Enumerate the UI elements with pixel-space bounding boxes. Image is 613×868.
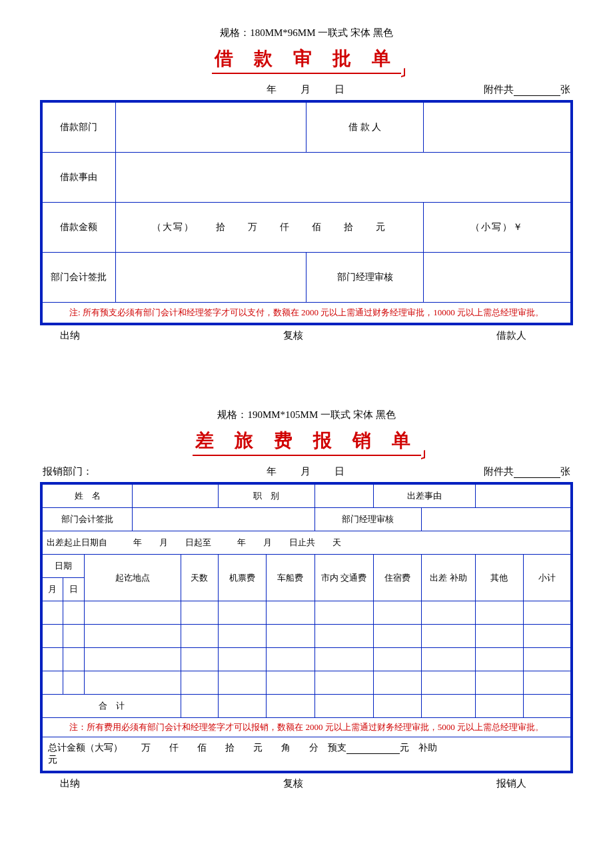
label-borrower: 借 款 人 <box>306 101 423 153</box>
section-gap <box>40 342 573 409</box>
attachment-suffix: 张 <box>560 84 570 95</box>
ta-adv-label: 预支 <box>328 743 346 753</box>
attachment-blank[interactable] <box>514 85 560 96</box>
footer2-reviewer: 复核 <box>215 777 370 790</box>
label-mgr-approve: 部门经理审核 <box>306 253 423 303</box>
form1-header-left <box>43 83 193 96</box>
form1-table: 借款部门 借 款 人 借款事由 借款金额 （大写） 拾 万 仟 佰 拾 元 （小… <box>40 100 573 325</box>
attachment-blank-2[interactable] <box>514 467 560 478</box>
ta-prefix: 总计金额（大写） <box>48 743 123 753</box>
label-reason: 借款事由 <box>41 153 115 203</box>
field-mgr-approve[interactable] <box>423 253 572 303</box>
dl-d2: 日止共 <box>289 537 315 547</box>
row-total: 合 计 <box>41 695 572 718</box>
attachment-prefix: 附件共 <box>484 84 514 95</box>
spec-line-1: 规格：180MM*96MM 一联式 宋体 黑色 <box>40 27 573 39</box>
footer-cashier: 出纳 <box>60 329 215 342</box>
form2-title: 差 旅 费 报 销 单 <box>193 428 421 456</box>
ta-adv-unit: 元 <box>400 743 409 753</box>
footer2-claimant: 报销人 <box>371 777 553 790</box>
col-subtotal: 小计 <box>524 555 572 601</box>
row2-approve: 部门会计签批 部门经理审核 <box>41 508 572 531</box>
advance-blank[interactable] <box>346 744 400 754</box>
form2-table: 姓 名 职 别 出差事由 部门会计签批 部门经理审核 出差起止日期自 年 月 日… <box>40 482 573 773</box>
col-date: 日期 <box>41 555 84 578</box>
col-place: 起讫地点 <box>84 555 181 601</box>
row-reason: 借款事由 <box>41 153 572 203</box>
dl-prefix: 出差起止日期自 <box>47 537 107 547</box>
attachment-suffix-2: 张 <box>560 466 570 477</box>
field-amount-small[interactable]: （小写）￥ <box>423 203 572 253</box>
dl-d1: 日起至 <box>185 537 211 547</box>
form1-footer: 出纳 复核 借款人 <box>40 325 573 342</box>
form1-title: 借 款 审 批 单 <box>212 46 401 74</box>
row-amount: 借款金额 （大写） 拾 万 仟 佰 拾 元 （小写）￥ <box>41 203 572 253</box>
dl-y2: 年 <box>237 537 246 547</box>
form2-attachment: 附件共张 <box>420 465 570 478</box>
loan-approval-form: 规格：180MM*96MM 一联式 宋体 黑色 借 款 审 批 单 年 月 日 … <box>40 27 573 342</box>
ta-units: 万 仟 佰 拾 元 角 分 <box>141 743 318 753</box>
form2-dept-label: 报销部门： <box>43 465 193 478</box>
dl-days: 天 <box>332 537 341 547</box>
amount-big-units: 拾 万 仟 佰 拾 元 <box>216 222 386 232</box>
dates-line[interactable]: 出差起止日期自 年 月 日起至 年 月 日止共 天 <box>41 531 572 555</box>
travel-expense-form: 规格：190MM*105MM 一联式 宋体 黑色 差 旅 费 报 销 单 报销部… <box>40 409 573 790</box>
label-total: 合 计 <box>41 695 181 718</box>
spec-line-2: 规格：190MM*105MM 一联式 宋体 黑色 <box>40 409 573 421</box>
field-borrower[interactable] <box>423 101 572 153</box>
dl-y1: 年 <box>133 537 142 547</box>
field-acct-approve-2[interactable] <box>133 508 314 531</box>
form2-footer: 出纳 复核 报销人 <box>40 773 573 790</box>
label-trip-reason: 出差事由 <box>373 483 475 508</box>
field-dept[interactable] <box>115 101 306 153</box>
label-mgr-approve-2: 部门经理审核 <box>314 508 422 531</box>
field-rank[interactable] <box>314 483 373 508</box>
field-name[interactable] <box>133 483 219 508</box>
field-amount-big[interactable]: （大写） 拾 万 仟 佰 拾 元 <box>115 203 423 253</box>
col-month: 月 <box>41 578 63 601</box>
row-total-amount: 总计金额（大写） 万 仟 佰 拾 元 角 分 预支元 补助元 <box>41 737 572 773</box>
col-lodging: 住宿费 <box>373 555 421 601</box>
ta-allow-label: 补助 <box>418 743 437 753</box>
label-name: 姓 名 <box>41 483 133 508</box>
footer-borrower: 借款人 <box>371 329 553 342</box>
label-rank: 职 别 <box>218 483 314 508</box>
amount-big-prefix: （大写） <box>152 222 195 232</box>
col-trainfare: 车船费 <box>267 555 314 601</box>
row-approvals: 部门会计签批 部门经理审核 <box>41 253 572 303</box>
label-acct-approve-2: 部门会计签批 <box>41 508 133 531</box>
footer2-cashier: 出纳 <box>60 777 215 790</box>
form2-header-row: 报销部门： 年 月 日 附件共张 <box>40 465 573 478</box>
col-other: 其他 <box>475 555 523 601</box>
form2-title-wrap: 差 旅 费 报 销 单 <box>40 428 573 456</box>
data-row-4[interactable] <box>41 671 572 695</box>
data-row-2[interactable] <box>41 625 572 648</box>
attachment-prefix-2: 附件共 <box>484 466 514 477</box>
data-row-3[interactable] <box>41 648 572 671</box>
col-day: 日 <box>63 578 84 601</box>
form1-note: 注: 所有预支必须有部门会计和经理签字才可以支付，数额在 2000 元以上需通过… <box>41 303 572 325</box>
field-reason[interactable] <box>115 153 572 203</box>
ta-suffix-unit: 元 <box>48 755 57 765</box>
label-acct-approve: 部门会计签批 <box>41 253 115 303</box>
data-row-1[interactable] <box>41 601 572 625</box>
row2-cols-header: 日期 起讫地点 天数 机票费 车船费 市内 交通费 住宿费 出差 补助 其他 小… <box>41 555 572 578</box>
col-citytrans: 市内 交通费 <box>314 555 373 601</box>
col-days: 天数 <box>181 555 218 601</box>
field-mgr-approve-2[interactable] <box>422 508 572 531</box>
label-amount: 借款金额 <box>41 203 115 253</box>
field-acct-approve[interactable] <box>115 253 306 303</box>
row2-note: 注：所有费用必须有部门会计和经理签字才可以报销，数额在 2000 元以上需通过财… <box>41 718 572 737</box>
row2-name: 姓 名 职 别 出差事由 <box>41 483 572 508</box>
form1-date-line: 年 月 日 <box>193 83 419 96</box>
field-trip-reason[interactable] <box>475 483 572 508</box>
total-amount-cell[interactable]: 总计金额（大写） 万 仟 佰 拾 元 角 分 预支元 补助元 <box>41 737 572 773</box>
form1-attachment: 附件共张 <box>420 83 570 96</box>
amount-small-prefix: （小写）￥ <box>470 222 524 232</box>
row2-dates: 出差起止日期自 年 月 日起至 年 月 日止共 天 <box>41 531 572 555</box>
row-note: 注: 所有预支必须有部门会计和经理签字才可以支付，数额在 2000 元以上需通过… <box>41 303 572 325</box>
form1-header-row: 年 月 日 附件共张 <box>40 83 573 96</box>
form2-date-line: 年 月 日 <box>193 465 419 478</box>
label-dept: 借款部门 <box>41 101 115 153</box>
form2-note: 注：所有费用必须有部门会计和经理签字才可以报销，数额在 2000 元以上需通过财… <box>41 718 572 737</box>
